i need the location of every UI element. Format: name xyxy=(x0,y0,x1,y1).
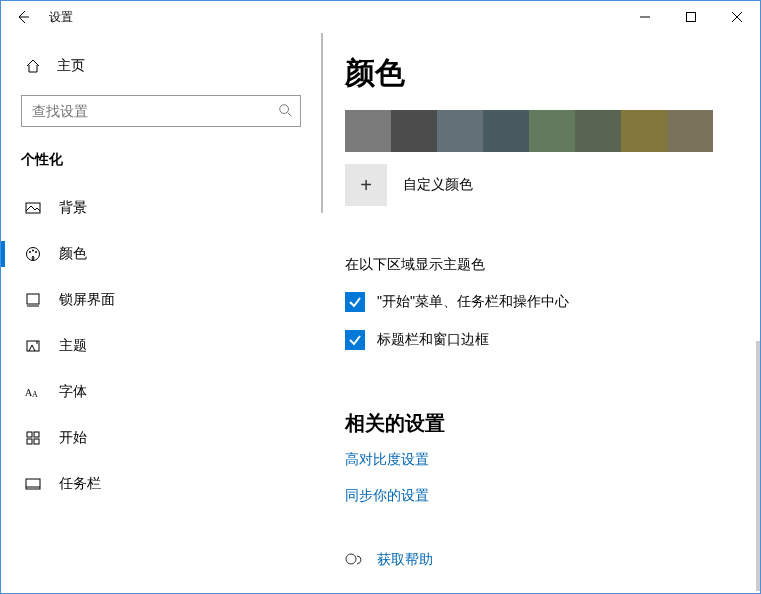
checkbox-label: 标题栏和窗口边框 xyxy=(377,331,489,349)
checkbox-label: "开始"菜单、任务栏和操作中心 xyxy=(377,293,569,311)
sidebar-item-label: 背景 xyxy=(59,199,87,217)
svg-point-10 xyxy=(32,250,34,252)
svg-rect-12 xyxy=(27,294,39,304)
sidebar-item-label: 锁屏界面 xyxy=(59,291,115,309)
checkbox-checked-icon xyxy=(345,292,365,312)
svg-rect-2 xyxy=(687,13,696,22)
sidebar-item-label: 开始 xyxy=(59,429,87,447)
window-title: 设置 xyxy=(49,9,73,26)
sidebar-home[interactable]: 主页 xyxy=(1,49,321,83)
content-area[interactable]: 颜色 + 自定义颜色 在以下区域显示主题色 "开始"菜单、任务栏和操作中心 xyxy=(321,33,760,593)
sidebar-item-fonts[interactable]: AA 字体 xyxy=(1,369,321,415)
color-swatches xyxy=(345,110,730,152)
checkbox-checked-icon xyxy=(345,330,365,350)
maximize-button[interactable] xyxy=(668,1,714,33)
close-button[interactable] xyxy=(714,1,760,33)
checkbox-titlebars[interactable]: 标题栏和窗口边框 xyxy=(345,330,730,350)
sidebar-item-colors[interactable]: 颜色 xyxy=(1,231,321,277)
sidebar: 主页 个性化 背景 xyxy=(1,33,321,593)
color-swatch[interactable] xyxy=(529,110,575,152)
checkbox-start-taskbar[interactable]: "开始"菜单、任务栏和操作中心 xyxy=(345,292,730,312)
back-button[interactable] xyxy=(9,3,37,31)
plus-icon: + xyxy=(360,174,372,197)
lockscreen-icon xyxy=(25,292,41,308)
link-high-contrast[interactable]: 高对比度设置 xyxy=(345,451,730,469)
sidebar-item-start[interactable]: 开始 xyxy=(1,415,321,461)
svg-rect-18 xyxy=(27,432,32,437)
sidebar-section-label: 个性化 xyxy=(1,147,321,185)
color-swatch[interactable] xyxy=(621,110,667,152)
help-icon xyxy=(345,551,363,569)
start-icon xyxy=(25,430,41,446)
custom-color-label: 自定义颜色 xyxy=(403,176,473,194)
minimize-button[interactable] xyxy=(622,1,668,33)
settings-window: 设置 主页 xyxy=(0,0,761,594)
sidebar-item-label: 字体 xyxy=(59,383,87,401)
svg-rect-20 xyxy=(27,439,32,444)
sidebar-item-label: 任务栏 xyxy=(59,475,101,493)
titlebar: 设置 xyxy=(1,1,760,33)
accent-area-heading: 在以下区域显示主题色 xyxy=(345,256,730,274)
close-icon xyxy=(732,12,742,22)
svg-point-11 xyxy=(35,251,37,253)
sidebar-nav: 背景 颜色 锁屏界面 xyxy=(1,185,321,507)
svg-line-6 xyxy=(288,112,292,116)
color-swatch[interactable] xyxy=(345,110,391,152)
picture-icon xyxy=(25,200,41,216)
svg-rect-19 xyxy=(34,432,39,437)
body: 主页 个性化 背景 xyxy=(1,33,760,593)
svg-point-5 xyxy=(280,104,289,113)
page-title: 颜色 xyxy=(345,53,730,94)
sidebar-item-label: 颜色 xyxy=(59,245,87,263)
palette-icon xyxy=(25,246,41,262)
help-link[interactable]: 获取帮助 xyxy=(377,551,433,569)
custom-color-row: + 自定义颜色 xyxy=(345,164,730,206)
search-box[interactable] xyxy=(21,95,301,127)
color-swatch[interactable] xyxy=(437,110,483,152)
sidebar-item-themes[interactable]: 主题 xyxy=(1,323,321,369)
color-swatch[interactable] xyxy=(667,110,713,152)
taskbar-icon xyxy=(25,476,41,492)
color-swatch[interactable] xyxy=(391,110,437,152)
sidebar-item-taskbar[interactable]: 任务栏 xyxy=(1,461,321,507)
search-input[interactable] xyxy=(30,102,278,120)
minimize-icon xyxy=(640,12,650,22)
svg-point-24 xyxy=(346,554,356,564)
svg-point-9 xyxy=(29,251,31,253)
sidebar-item-label: 主题 xyxy=(59,337,87,355)
home-icon xyxy=(25,58,41,74)
font-icon: AA xyxy=(25,384,41,400)
scroll-indicator xyxy=(321,33,323,213)
color-swatch[interactable] xyxy=(575,110,621,152)
svg-text:A: A xyxy=(32,390,38,399)
related-heading: 相关的设置 xyxy=(345,410,730,437)
sidebar-item-lockscreen[interactable]: 锁屏界面 xyxy=(1,277,321,323)
arrow-left-icon xyxy=(15,9,31,25)
svg-point-8 xyxy=(27,248,40,261)
window-scrollbar[interactable] xyxy=(756,341,760,591)
window-controls xyxy=(622,1,760,33)
color-swatch[interactable] xyxy=(483,110,529,152)
search-icon xyxy=(278,103,292,120)
theme-icon xyxy=(25,338,41,354)
sidebar-item-background[interactable]: 背景 xyxy=(1,185,321,231)
link-sync-settings[interactable]: 同步你的设置 xyxy=(345,487,730,505)
sidebar-home-label: 主页 xyxy=(57,57,85,75)
help-row: 获取帮助 xyxy=(345,551,730,569)
maximize-icon xyxy=(686,12,696,22)
svg-rect-21 xyxy=(34,439,39,444)
add-custom-color-button[interactable]: + xyxy=(345,164,387,206)
